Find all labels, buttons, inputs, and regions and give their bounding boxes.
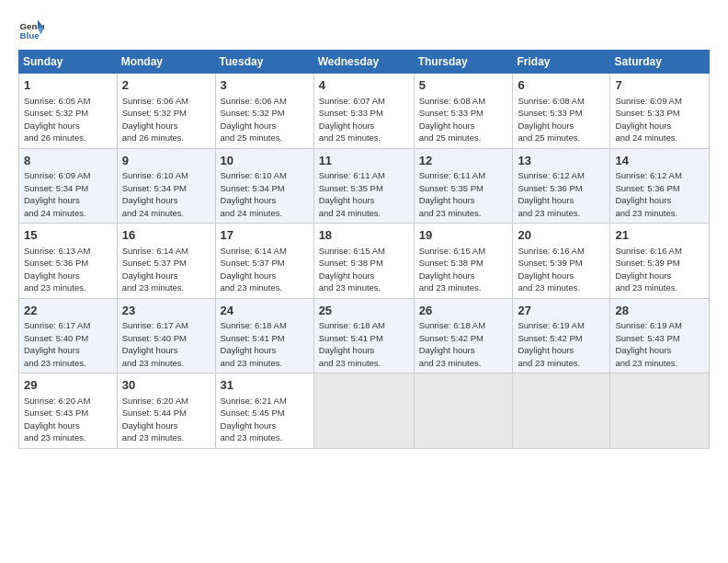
calendar-cell: 20Sunrise: 6:16 AMSunset: 5:39 PMDayligh…: [513, 224, 610, 299]
day-detail: Sunrise: 6:16 AMSunset: 5:39 PMDaylight …: [615, 246, 681, 293]
calendar-cell: 17Sunrise: 6:14 AMSunset: 5:37 PMDayligh…: [215, 224, 313, 299]
calendar-cell: 11Sunrise: 6:11 AMSunset: 5:35 PMDayligh…: [313, 148, 414, 224]
day-detail: Sunrise: 6:18 AMSunset: 5:42 PMDaylight …: [419, 320, 485, 368]
weekday-friday: Friday: [513, 51, 610, 74]
day-number: 20: [518, 227, 606, 244]
calendar-cell: 31Sunrise: 6:21 AMSunset: 5:45 PMDayligh…: [215, 373, 313, 449]
calendar-cell: 13Sunrise: 6:12 AMSunset: 5:36 PMDayligh…: [513, 148, 610, 224]
calendar-cell: [313, 373, 414, 449]
day-detail: Sunrise: 6:12 AMSunset: 5:36 PMDaylight …: [518, 170, 584, 218]
day-detail: Sunrise: 6:07 AMSunset: 5:33 PMDaylight …: [319, 96, 385, 144]
day-number: 24: [221, 303, 310, 319]
weekday-header-row: SundayMondayTuesdayWednesdayThursdayFrid…: [19, 51, 710, 74]
svg-text:Blue: Blue: [19, 30, 40, 40]
calendar-cell: 26Sunrise: 6:18 AMSunset: 5:42 PMDayligh…: [414, 298, 513, 373]
calendar-cell: 27Sunrise: 6:19 AMSunset: 5:42 PMDayligh…: [513, 298, 610, 373]
day-detail: Sunrise: 6:20 AMSunset: 5:44 PMDaylight …: [122, 396, 188, 443]
header: General Blue: [18, 17, 710, 42]
weekday-wednesday: Wednesday: [313, 51, 414, 74]
day-detail: Sunrise: 6:06 AMSunset: 5:32 PMDaylight …: [221, 96, 287, 144]
week-row-2: 8Sunrise: 6:09 AMSunset: 5:34 PMDaylight…: [19, 148, 710, 224]
day-number: 27: [518, 303, 606, 319]
day-number: 21: [615, 227, 705, 244]
calendar-cell: 24Sunrise: 6:18 AMSunset: 5:41 PMDayligh…: [215, 298, 313, 373]
day-detail: Sunrise: 6:08 AMSunset: 5:33 PMDaylight …: [419, 96, 485, 144]
day-number: 31: [221, 377, 310, 394]
day-detail: Sunrise: 6:17 AMSunset: 5:40 PMDaylight …: [24, 320, 90, 368]
calendar-cell: 15Sunrise: 6:13 AMSunset: 5:36 PMDayligh…: [19, 224, 118, 299]
day-number: 14: [615, 153, 705, 169]
day-detail: Sunrise: 6:08 AMSunset: 5:33 PMDaylight …: [518, 96, 584, 144]
calendar-table: SundayMondayTuesdayWednesdayThursdayFrid…: [18, 50, 710, 449]
day-detail: Sunrise: 6:18 AMSunset: 5:41 PMDaylight …: [319, 320, 385, 368]
calendar-cell: 29Sunrise: 6:20 AMSunset: 5:43 PMDayligh…: [19, 373, 118, 449]
calendar-cell: 1Sunrise: 6:05 AMSunset: 5:32 PMDaylight…: [19, 74, 118, 149]
calendar-cell: 28Sunrise: 6:19 AMSunset: 5:43 PMDayligh…: [610, 298, 710, 373]
day-detail: Sunrise: 6:13 AMSunset: 5:36 PMDaylight …: [24, 246, 90, 293]
calendar-cell: 21Sunrise: 6:16 AMSunset: 5:39 PMDayligh…: [610, 224, 710, 299]
day-detail: Sunrise: 6:14 AMSunset: 5:37 PMDaylight …: [122, 246, 188, 293]
calendar-cell: 10Sunrise: 6:10 AMSunset: 5:34 PMDayligh…: [215, 148, 313, 224]
calendar-cell: 18Sunrise: 6:15 AMSunset: 5:38 PMDayligh…: [313, 224, 414, 299]
day-number: 5: [419, 77, 509, 94]
weekday-monday: Monday: [117, 51, 215, 74]
week-row-4: 22Sunrise: 6:17 AMSunset: 5:40 PMDayligh…: [19, 298, 710, 373]
day-number: 13: [518, 153, 606, 169]
day-number: 1: [24, 77, 113, 94]
calendar-cell: 16Sunrise: 6:14 AMSunset: 5:37 PMDayligh…: [117, 224, 215, 299]
calendar-cell: 2Sunrise: 6:06 AMSunset: 5:32 PMDaylight…: [117, 74, 215, 149]
day-detail: Sunrise: 6:16 AMSunset: 5:39 PMDaylight …: [518, 246, 584, 293]
calendar-cell: 9Sunrise: 6:10 AMSunset: 5:34 PMDaylight…: [117, 148, 215, 224]
day-detail: Sunrise: 6:17 AMSunset: 5:40 PMDaylight …: [122, 320, 188, 368]
day-number: 12: [419, 153, 509, 169]
calendar-cell: 19Sunrise: 6:15 AMSunset: 5:38 PMDayligh…: [414, 224, 513, 299]
weekday-sunday: Sunday: [19, 51, 118, 74]
day-detail: Sunrise: 6:12 AMSunset: 5:36 PMDaylight …: [615, 170, 681, 218]
calendar-cell: 4Sunrise: 6:07 AMSunset: 5:33 PMDaylight…: [313, 74, 414, 149]
calendar-cell: 23Sunrise: 6:17 AMSunset: 5:40 PMDayligh…: [117, 298, 215, 373]
day-number: 4: [319, 77, 410, 94]
day-detail: Sunrise: 6:19 AMSunset: 5:43 PMDaylight …: [615, 320, 681, 368]
day-detail: Sunrise: 6:10 AMSunset: 5:34 PMDaylight …: [122, 170, 188, 218]
weekday-saturday: Saturday: [610, 51, 710, 74]
day-detail: Sunrise: 6:11 AMSunset: 5:35 PMDaylight …: [419, 170, 485, 218]
calendar-cell: 8Sunrise: 6:09 AMSunset: 5:34 PMDaylight…: [19, 148, 118, 224]
calendar-cell: 6Sunrise: 6:08 AMSunset: 5:33 PMDaylight…: [513, 74, 610, 149]
day-number: 7: [615, 77, 705, 94]
day-detail: Sunrise: 6:05 AMSunset: 5:32 PMDaylight …: [24, 96, 90, 144]
day-number: 30: [122, 377, 211, 394]
day-number: 3: [221, 77, 310, 94]
day-detail: Sunrise: 6:20 AMSunset: 5:43 PMDaylight …: [24, 396, 90, 443]
day-detail: Sunrise: 6:15 AMSunset: 5:38 PMDaylight …: [319, 246, 385, 293]
calendar-cell: [610, 373, 710, 449]
day-number: 28: [615, 303, 705, 319]
day-number: 25: [319, 303, 410, 319]
calendar-cell: 3Sunrise: 6:06 AMSunset: 5:32 PMDaylight…: [215, 74, 313, 149]
calendar-cell: 25Sunrise: 6:18 AMSunset: 5:41 PMDayligh…: [313, 298, 414, 373]
calendar-cell: 12Sunrise: 6:11 AMSunset: 5:35 PMDayligh…: [414, 148, 513, 224]
day-detail: Sunrise: 6:18 AMSunset: 5:41 PMDaylight …: [221, 320, 287, 368]
day-detail: Sunrise: 6:15 AMSunset: 5:38 PMDaylight …: [419, 246, 485, 293]
calendar-cell: 5Sunrise: 6:08 AMSunset: 5:33 PMDaylight…: [414, 74, 513, 149]
weekday-tuesday: Tuesday: [215, 51, 313, 74]
day-detail: Sunrise: 6:14 AMSunset: 5:37 PMDaylight …: [221, 246, 287, 293]
day-detail: Sunrise: 6:06 AMSunset: 5:32 PMDaylight …: [122, 96, 188, 144]
day-number: 17: [221, 227, 310, 244]
day-detail: Sunrise: 6:11 AMSunset: 5:35 PMDaylight …: [319, 170, 385, 218]
weekday-thursday: Thursday: [414, 51, 513, 74]
week-row-5: 29Sunrise: 6:20 AMSunset: 5:43 PMDayligh…: [19, 373, 710, 449]
calendar-cell: 14Sunrise: 6:12 AMSunset: 5:36 PMDayligh…: [610, 148, 710, 224]
day-number: 2: [122, 77, 211, 94]
day-number: 8: [24, 153, 113, 169]
calendar-cell: [414, 373, 513, 449]
day-number: 11: [319, 153, 410, 169]
day-detail: Sunrise: 6:10 AMSunset: 5:34 PMDaylight …: [221, 170, 287, 218]
day-number: 18: [319, 227, 410, 244]
day-number: 29: [24, 377, 113, 394]
day-detail: Sunrise: 6:19 AMSunset: 5:42 PMDaylight …: [518, 320, 584, 368]
day-detail: Sunrise: 6:09 AMSunset: 5:34 PMDaylight …: [24, 170, 90, 218]
calendar-cell: 22Sunrise: 6:17 AMSunset: 5:40 PMDayligh…: [19, 298, 118, 373]
day-detail: Sunrise: 6:21 AMSunset: 5:45 PMDaylight …: [221, 396, 287, 443]
day-number: 19: [419, 227, 509, 244]
logo-icon: General Blue: [18, 17, 44, 42]
